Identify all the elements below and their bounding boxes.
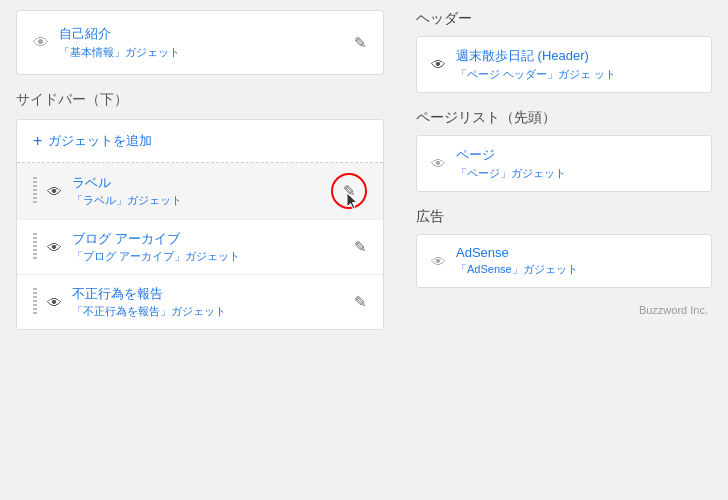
right-gadget-name-header: 週末散歩日記 (Header) xyxy=(456,47,616,65)
right-section-header: ヘッダー 👁 週末散歩日記 (Header) 「ページ ヘッダー」ガジェ ット xyxy=(416,10,712,93)
top-card-sub: 「基本情報」ガジェット xyxy=(59,45,180,60)
main-layout: 👁 自己紹介 「基本情報」ガジェット ✎ サイドバー（下） + ガジェットを追加 xyxy=(0,0,728,500)
top-card: 👁 自己紹介 「基本情報」ガジェット ✎ xyxy=(16,10,384,75)
right-section-pagelist: ページリスト（先頭） 👁 ページ 「ページ」ガジェット xyxy=(416,109,712,192)
drag-handle-report[interactable] xyxy=(33,288,37,316)
right-panel: ヘッダー 👁 週末散歩日記 (Header) 「ページ ヘッダー」ガジェ ット … xyxy=(400,0,728,500)
gadget-row-archive[interactable]: 👁 ブログ アーカイブ 「ブログ アーカイブ」ガジェット ✎ xyxy=(17,220,383,275)
eye-icon-adsense: 👁 xyxy=(431,253,446,270)
right-section-ad-title: 広告 xyxy=(416,208,712,226)
right-gadget-name-page: ページ xyxy=(456,146,566,164)
gadget-type-report: 「不正行為を報告」ガジェット xyxy=(72,304,354,319)
eye-icon-label: 👁 xyxy=(47,183,62,200)
right-gadget-info-header: 週末散歩日記 (Header) 「ページ ヘッダー」ガジェ ット xyxy=(456,47,616,82)
left-panel: 👁 自己紹介 「基本情報」ガジェット ✎ サイドバー（下） + ガジェットを追加 xyxy=(0,0,400,500)
top-card-edit-icon[interactable]: ✎ xyxy=(354,34,367,52)
right-gadget-info-adsense: AdSense 「AdSense」ガジェット xyxy=(456,245,578,277)
sidebar-section-title: サイドバー（下） xyxy=(16,91,384,109)
gadget-type-label: 「ラベル」ガジェット xyxy=(72,193,331,208)
right-gadget-type-header: 「ページ ヘッダー」ガジェ ット xyxy=(456,67,616,82)
gadget-name-report: 不正行為を報告 xyxy=(72,285,354,303)
top-card-left: 👁 自己紹介 「基本情報」ガジェット xyxy=(33,25,180,60)
right-gadget-card-adsense[interactable]: 👁 AdSense 「AdSense」ガジェット xyxy=(416,234,712,288)
plus-icon: + xyxy=(33,132,42,150)
top-card-info: 自己紹介 「基本情報」ガジェット xyxy=(59,25,180,60)
drag-handle-label[interactable] xyxy=(33,177,37,205)
eye-icon-archive: 👁 xyxy=(47,239,62,256)
right-gadget-type-adsense: 「AdSense」ガジェット xyxy=(456,262,578,277)
right-section-ad: 広告 👁 AdSense 「AdSense」ガジェット xyxy=(416,208,712,288)
right-gadget-name-adsense: AdSense xyxy=(456,245,578,260)
add-gadget-row[interactable]: + ガジェットを追加 xyxy=(17,120,383,163)
sidebar-gadget-container: + ガジェットを追加 👁 ラベル 「ラベル」ガジェット ✎ xyxy=(16,119,384,330)
add-gadget-label: ガジェットを追加 xyxy=(48,132,152,150)
right-gadget-info-page: ページ 「ページ」ガジェット xyxy=(456,146,566,181)
edit-icon-archive[interactable]: ✎ xyxy=(354,238,367,256)
eye-icon-page: 👁 xyxy=(431,155,446,172)
gadget-name-archive: ブログ アーカイブ xyxy=(72,230,354,248)
gadget-name-label: ラベル xyxy=(72,174,331,192)
right-gadget-card-header[interactable]: 👁 週末散歩日記 (Header) 「ページ ヘッダー」ガジェ ット xyxy=(416,36,712,93)
right-gadget-card-page[interactable]: 👁 ページ 「ページ」ガジェット xyxy=(416,135,712,192)
gadget-row-label[interactable]: 👁 ラベル 「ラベル」ガジェット ✎ xyxy=(17,163,383,220)
eye-icon-header: 👁 xyxy=(431,56,446,73)
gadget-info-report: 不正行為を報告 「不正行為を報告」ガジェット xyxy=(72,285,354,319)
gadget-info-archive: ブログ アーカイブ 「ブログ アーカイブ」ガジェット xyxy=(72,230,354,264)
sidebar-down-section: サイドバー（下） + ガジェットを追加 👁 ラベル 「ラベル」ガジェット xyxy=(16,91,384,330)
edit-icon-report[interactable]: ✎ xyxy=(354,293,367,311)
top-card-name: 自己紹介 xyxy=(59,25,180,43)
edit-icon-wrapper-label[interactable]: ✎ xyxy=(331,173,367,209)
gadget-info-label: ラベル 「ラベル」ガジェット xyxy=(72,174,331,208)
edit-icon-label[interactable]: ✎ xyxy=(343,182,356,200)
drag-handle-archive[interactable] xyxy=(33,233,37,261)
right-section-pagelist-title: ページリスト（先頭） xyxy=(416,109,712,127)
eye-icon-top: 👁 xyxy=(33,34,49,52)
eye-icon-report: 👁 xyxy=(47,294,62,311)
right-section-header-title: ヘッダー xyxy=(416,10,712,28)
gadget-type-archive: 「ブログ アーカイブ」ガジェット xyxy=(72,249,354,264)
footer-brand: Buzzword Inc. xyxy=(416,304,712,316)
gadget-row-report[interactable]: 👁 不正行為を報告 「不正行為を報告」ガジェット ✎ xyxy=(17,275,383,329)
right-gadget-type-page: 「ページ」ガジェット xyxy=(456,166,566,181)
